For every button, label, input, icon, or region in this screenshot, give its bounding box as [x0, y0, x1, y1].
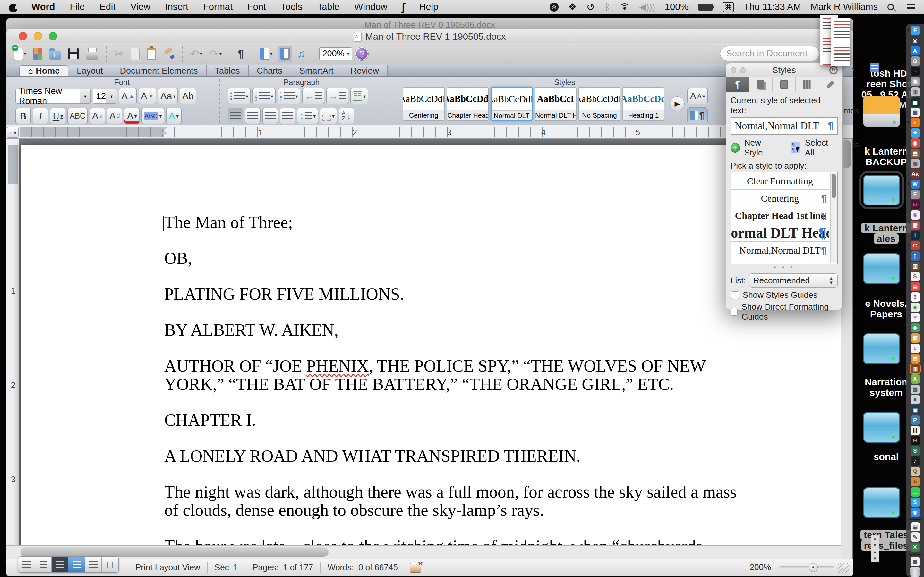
select-all-icon[interactable]: ¶¶ [791, 142, 800, 153]
drive-blue-icon[interactable] [863, 253, 900, 284]
justify-button[interactable] [280, 108, 295, 124]
dock-find-tool-icon[interactable]: Q [911, 467, 920, 476]
sidebar-toggle-button[interactable]: ▾ [258, 45, 275, 62]
outline-view-button[interactable] [35, 557, 52, 572]
horizontal-scrollbar[interactable] [6, 545, 841, 559]
dock-map-tv-icon[interactable]: ▣ [911, 405, 920, 414]
palette-minimize-button[interactable] [740, 67, 746, 73]
template-gallery-button[interactable] [31, 45, 44, 62]
text-effects-button[interactable]: A▾ [166, 108, 182, 124]
drive-blue-icon[interactable] [863, 487, 900, 518]
increase-indent-button[interactable]: → [326, 88, 349, 104]
horizontal-scrollbar-thumb[interactable] [21, 547, 328, 557]
numbering-button[interactable]: 123▾ [252, 88, 276, 104]
window-titlebar[interactable]: Man of Three REV 1 190505.docx [6, 29, 853, 43]
dock-word-icon[interactable]: W [911, 179, 920, 189]
dock-photos-icon[interactable]: ✶ [911, 313, 920, 322]
dock-maps-icon[interactable]: ◈ [911, 303, 920, 312]
change-case-button[interactable]: Aa▾ [158, 88, 178, 104]
clear-formatting-button[interactable]: Ab [180, 88, 196, 104]
show-styles-guides-checkbox[interactable] [731, 292, 739, 299]
line-spacing-button[interactable]: ↕▾ [297, 108, 318, 124]
dock-disk-doctor-icon[interactable]: ▣ [911, 77, 920, 86]
style-thumb-heading-1[interactable]: AaBbCcDdHeading 1 [622, 87, 664, 121]
style-item-normal-normal-dlt[interactable]: Normal,Normal DLT¶ [731, 242, 829, 259]
drive-blue-icon[interactable] [863, 334, 900, 364]
new-style-icon[interactable]: + [730, 143, 740, 153]
drive-blue-icon[interactable] [863, 175, 900, 205]
print-layout-view-button-status[interactable] [68, 557, 85, 572]
list-filter-select[interactable]: Recommended▲▼ [749, 274, 838, 287]
font-name-select[interactable]: Times New Roman▾ [15, 89, 91, 103]
dock-dictionary-icon[interactable]: Aa [911, 169, 920, 179]
screenshot-thumbnail[interactable] [831, 18, 850, 66]
section-indicator[interactable]: Sec1 [208, 562, 246, 573]
dock-itunes-icon[interactable]: ♫ [911, 343, 920, 353]
new-document-button[interactable]: ▾ [12, 45, 28, 62]
menu-format[interactable]: Format [203, 2, 233, 12]
dock-firefox-icon[interactable]: ◗ [911, 118, 920, 127]
dock-calendar-icon[interactable]: 9 [911, 292, 920, 301]
indent-marker[interactable] [160, 127, 168, 134]
dock-library-icon[interactable]: ▥ [911, 261, 920, 271]
trash-icon[interactable] [910, 567, 920, 577]
dock-chrome-icon[interactable]: ◉ [911, 139, 920, 148]
dock-documents-stack-icon[interactable]: ≣ [911, 557, 920, 566]
tab-citations[interactable] [749, 77, 772, 92]
help-button[interactable]: ? [355, 47, 368, 60]
dock-system-preferences-icon[interactable]: ⊙ [911, 56, 920, 66]
dock-indesign-icon[interactable]: Id [911, 200, 920, 210]
toggle-styles-panel-button[interactable]: ¶ [687, 107, 708, 123]
print-button[interactable] [84, 45, 100, 62]
tab-smartart[interactable]: SmartArt [291, 65, 342, 76]
paste-button[interactable] [145, 45, 158, 62]
menu-table[interactable]: Table [317, 2, 339, 12]
tab-compatibility[interactable] [819, 77, 842, 92]
highlight-button[interactable]: ABC▾ [142, 108, 164, 124]
zoom-slider[interactable] [779, 566, 834, 568]
dock-disk-utility-icon[interactable]: ▥ [911, 87, 920, 97]
dock-skype-icon[interactable]: S [911, 498, 920, 507]
apple-menu-icon[interactable] [9, 2, 17, 12]
style-item-chapter-head-1st-line[interactable]: Chapter Head 1st line¶ [731, 207, 829, 224]
dock-image-capture-icon[interactable]: ▦ [911, 385, 920, 394]
menu-file[interactable]: File [70, 2, 85, 12]
dock-calculator-icon[interactable]: ▦ [911, 159, 920, 168]
script-menu-icon[interactable]: ʃ [401, 1, 405, 13]
more-styles-button[interactable]: ▶ [670, 97, 685, 111]
dock-c-app-icon[interactable]: C [911, 241, 920, 250]
menu-view[interactable]: View [130, 2, 150, 12]
dock-font-explorer-icon[interactable]: F [911, 190, 920, 199]
style-thumb-normal-dlt[interactable]: AaBbCcDdENormal DLT [491, 87, 533, 121]
zoom-slider-knob[interactable] [809, 563, 818, 572]
spellcheck-status-icon[interactable] [410, 563, 421, 572]
new-style-button[interactable]: New Style... [744, 138, 787, 158]
style-item-normal-dlt-heads[interactable]: Normal DLT Heads¶ [731, 224, 829, 242]
dock-toaster-printer-icon[interactable]: P [911, 416, 920, 425]
palette-resize-dots[interactable]: • • • [726, 266, 842, 271]
align-left-button[interactable] [228, 108, 243, 124]
close-button[interactable] [19, 32, 27, 40]
vertical-scrollbar[interactable] [841, 139, 853, 574]
dock-messages-icon[interactable]: … [911, 487, 920, 496]
wifi-icon[interactable] [620, 3, 630, 11]
palette-refresh-icon[interactable]: ↻ [829, 66, 838, 74]
creative-cloud-icon[interactable]: ◎ [549, 3, 559, 11]
dock-retouch-app-icon[interactable]: ▧ [911, 334, 920, 343]
dock-notes-icon[interactable]: ✎ [911, 532, 920, 542]
cut-button[interactable]: ✂ [112, 45, 126, 62]
show-direct-formatting-checkbox[interactable] [731, 308, 738, 316]
align-center-button[interactable] [245, 108, 260, 124]
draft-view-button[interactable] [18, 557, 35, 572]
zoom-button[interactable] [49, 32, 57, 40]
style-list-scrollbar[interactable] [830, 173, 837, 263]
select-all-button[interactable]: Select All [805, 138, 838, 158]
undo-button[interactable]: ↶▾ [188, 45, 205, 62]
bullets-button[interactable]: •••▾ [228, 88, 250, 104]
dock-activity-monitor-icon[interactable]: ▅ [911, 97, 920, 107]
superscript-button[interactable]: A2 [89, 108, 105, 124]
words-indicator[interactable]: Words:0 of 66745 [320, 562, 405, 573]
document-text[interactable]: The Man of Three;OB,PLATING FOR FIVE MIL… [164, 213, 742, 568]
dock-red-pages-icon[interactable]: ▤ [911, 282, 920, 292]
minimize-button[interactable] [34, 32, 42, 40]
